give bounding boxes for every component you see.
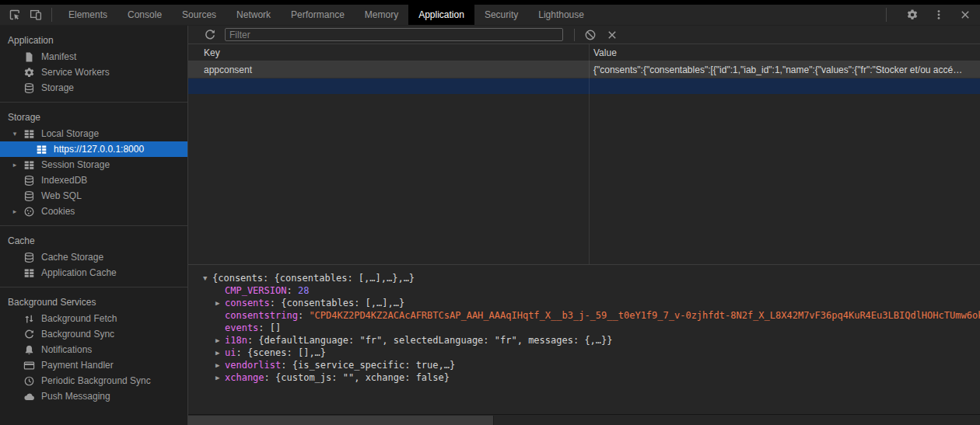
tree-token-plain: : xyxy=(298,310,309,321)
sidebar-section-title: Storage xyxy=(0,109,187,126)
delete-selected-icon[interactable] xyxy=(606,29,618,41)
sidebar-item-payment-handler[interactable]: Payment Handler xyxy=(0,357,187,373)
tab-performance[interactable]: Performance xyxy=(281,5,355,25)
tree-expander-closed-icon[interactable]: ▶ xyxy=(215,347,225,359)
sidebar-item-label: Payment Handler xyxy=(41,360,114,371)
sidebar-section-storage: Storage▾Local Storagehttps://127.0.0.1:8… xyxy=(0,102,187,225)
tree-line[interactable]: ▶consents: {consentables: [,…],…} xyxy=(188,297,980,309)
sidebar-item-label: Push Messaging xyxy=(41,391,110,402)
tree-expander-closed-icon[interactable]: ▶ xyxy=(215,359,225,371)
tree-token-plain: : xyxy=(281,360,292,371)
column-header-key[interactable]: Key xyxy=(188,47,589,58)
bell-icon xyxy=(23,344,35,356)
sidebar-item-label: Cookies xyxy=(41,206,75,217)
sidebar-item-service-workers[interactable]: Service Workers xyxy=(0,64,187,80)
tree-token-key: events xyxy=(225,322,258,333)
clear-all-icon[interactable] xyxy=(584,29,597,41)
inspect-element-icon[interactable] xyxy=(8,8,22,22)
sidebar-item-label: Background Sync xyxy=(41,329,114,340)
tree-line[interactable]: ▼{consents: {consentables: [,…],…},…} xyxy=(188,272,980,284)
sidebar-item-storage[interactable]: Storage xyxy=(0,80,187,96)
sidebar-item-indexeddb[interactable]: IndexedDB xyxy=(0,172,187,188)
tree-expander-closed-icon[interactable]: ▶ xyxy=(215,297,225,309)
sidebar-item-background-sync[interactable]: Background Sync xyxy=(0,326,187,342)
storage-row-empty-selected[interactable] xyxy=(188,78,980,94)
tree-token-plain: : xyxy=(264,372,275,383)
tree-line: events: [] xyxy=(188,322,980,334)
expander-closed-icon[interactable]: ▸ xyxy=(11,161,19,169)
storage-row-appconsent[interactable]: appconsent{"consents":{"consentables":[{… xyxy=(188,61,980,78)
tree-expander-closed-icon[interactable]: ▶ xyxy=(215,371,225,384)
sidebar-item-label: Notifications xyxy=(41,344,92,355)
storage-value-preview-tree: ▼{consents: {consentables: [,…],…},…}CMP… xyxy=(188,264,980,414)
local-storage-panel: Key Value appconsent{"consents":{"consen… xyxy=(188,26,980,425)
table-icon xyxy=(23,159,35,171)
tab-lighthouse[interactable]: Lighthouse xyxy=(528,5,594,25)
sidebar-item-label: IndexedDB xyxy=(41,175,87,186)
tree-token-num: 28 xyxy=(298,285,309,296)
tree-token-plain: : xyxy=(258,322,269,333)
scrollbar-thumb[interactable] xyxy=(188,416,494,425)
sidebar-item-label: Service Workers xyxy=(41,67,110,78)
toolbar-separator xyxy=(574,29,575,41)
sidebar-item-manifest[interactable]: Manifest xyxy=(0,49,187,64)
expander-open-icon[interactable]: ▾ xyxy=(11,130,19,138)
sidebar-section-background-services: Background ServicesBackground FetchBackg… xyxy=(0,287,187,410)
tree-line[interactable]: ▶ui: {scenes: [],…} xyxy=(188,347,980,359)
filter-input[interactable] xyxy=(225,28,563,41)
sidebar-item-label: Session Storage xyxy=(41,159,110,170)
sidebar-item-notifications[interactable]: Notifications xyxy=(0,342,187,357)
sidebar-item-https-127-0-0-1-8000[interactable]: https://127.0.0.1:8000 xyxy=(0,141,187,157)
sidebar-item-label: Application Cache xyxy=(41,267,117,278)
device-toolbar-icon[interactable] xyxy=(29,8,43,22)
row-value-cell[interactable]: {"consents":{"consentables":[{"id":1,"ia… xyxy=(589,64,980,75)
row-key-cell[interactable]: appconsent xyxy=(188,64,589,75)
tab-elements[interactable]: Elements xyxy=(58,5,117,25)
gear-icon xyxy=(23,67,35,78)
sidebar-item-cookies[interactable]: ▸Cookies xyxy=(0,204,187,219)
tree-line[interactable]: ▶vendorlist: {is_service_specific: true,… xyxy=(188,359,980,371)
sidebar-item-local-storage[interactable]: ▾Local Storage xyxy=(0,126,187,141)
expander-closed-icon[interactable]: ▸ xyxy=(11,207,19,215)
sidebar-item-background-fetch[interactable]: Background Fetch xyxy=(0,311,187,326)
sidebar-item-label: https://127.0.0.1:8000 xyxy=(54,144,144,155)
sidebar-section-title: Application xyxy=(0,32,187,49)
kebab-menu-icon[interactable] xyxy=(932,8,946,22)
tree-expander-closed-icon[interactable]: ▶ xyxy=(215,334,225,347)
sidebar-item-label: Cache Storage xyxy=(41,252,103,263)
sidebar-section-application: ApplicationManifestService WorkersStorag… xyxy=(0,32,187,102)
sidebar-item-label: Periodic Background Sync xyxy=(41,375,151,386)
column-header-value[interactable]: Value xyxy=(589,47,980,58)
sidebar-item-session-storage[interactable]: ▸Session Storage xyxy=(0,157,187,172)
database-icon xyxy=(23,82,35,94)
table-header-row: Key Value xyxy=(188,44,980,61)
sidebar-item-application-cache[interactable]: Application Cache xyxy=(0,265,187,280)
refresh-icon[interactable] xyxy=(204,29,216,41)
tabbar-right-icons xyxy=(884,5,980,25)
settings-gear-icon[interactable] xyxy=(905,8,919,22)
tab-application[interactable]: Application xyxy=(408,5,474,25)
tree-token-plain: {defaultLanguage: "fr", selectedLanguage… xyxy=(258,335,612,346)
tab-sources[interactable]: Sources xyxy=(172,5,226,25)
tree-token-plain: {scenes: [],…} xyxy=(247,347,326,358)
up-down-arrows-icon xyxy=(23,313,35,325)
sidebar-item-periodic-background-sync[interactable]: Periodic Background Sync xyxy=(0,373,187,388)
table-icon xyxy=(23,128,35,140)
clock-icon xyxy=(23,375,35,387)
manifest-file-icon xyxy=(23,51,35,63)
tab-console[interactable]: Console xyxy=(117,5,172,25)
tab-memory[interactable]: Memory xyxy=(355,5,408,25)
tree-token-key: consentstring xyxy=(225,310,298,321)
close-devtools-icon[interactable] xyxy=(958,8,972,22)
tree-token-plain: {consents: {consentables: [,…],…},…} xyxy=(212,273,415,284)
sidebar-item-web-sql[interactable]: Web SQL xyxy=(0,188,187,204)
tab-security[interactable]: Security xyxy=(474,5,528,25)
sidebar-item-cache-storage[interactable]: Cache Storage xyxy=(0,249,187,265)
card-icon xyxy=(23,360,35,371)
sidebar-item-push-messaging[interactable]: Push Messaging xyxy=(0,388,187,404)
tree-line[interactable]: ▶i18n: {defaultLanguage: "fr", selectedL… xyxy=(188,334,980,347)
tree-line[interactable]: ▶xchange: {custom_js: "", xchange: false… xyxy=(188,371,980,384)
tab-network[interactable]: Network xyxy=(226,5,281,25)
tree-expander-open-icon[interactable]: ▼ xyxy=(203,272,212,284)
database-icon xyxy=(23,190,35,202)
